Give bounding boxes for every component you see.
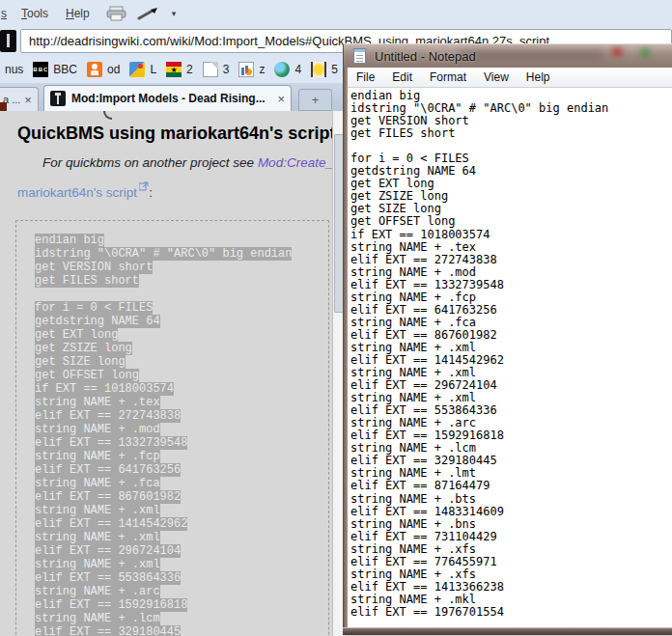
code-line: if EXT == 1018003574 <box>35 382 328 396</box>
tab-title: Mod:Import Models - Dead Rising... <box>71 92 271 105</box>
notepad-title-bar[interactable]: Untitled - Notepad <box>343 43 672 68</box>
notepad-menu-item[interactable]: Format <box>421 68 475 87</box>
notepad-text-line: string NAME + .fca <box>350 317 672 329</box>
notepad-text-line: string NAME + .tex <box>350 241 672 254</box>
notepad-text-line: elif EXT == 776455971 <box>350 556 672 568</box>
code-line: string NAME + .xml <box>35 531 328 544</box>
notepad-menu-bar: File Edit Format View Help <box>348 68 672 88</box>
tab-close-icon[interactable]: × <box>24 93 32 107</box>
bookmark-item[interactable]: L <box>125 59 161 80</box>
notepad-menu-item[interactable]: Edit <box>383 68 421 87</box>
notepad-window-frame-bottom <box>343 627 672 635</box>
bookmark-label: nus <box>5 63 23 76</box>
code-line: string NAME + .xml <box>35 558 328 571</box>
code-line: get EXT long <box>35 328 328 342</box>
notepad-text-line: elif EXT == 867601982 <box>350 329 672 342</box>
code-line: elif EXT == 329180445 <box>35 625 328 636</box>
code-line <box>35 288 328 301</box>
bookmark-icon <box>311 62 326 77</box>
glass-blur-artifact <box>612 48 622 56</box>
wiki-code-block[interactable]: endian big idstring "\0CRA" # "ARC\0" bi… <box>15 220 329 636</box>
notepad-text-line: elif EXT == 1483314609 <box>350 506 672 518</box>
mariokart-script-link[interactable]: mariokart64n's script <box>17 185 137 200</box>
note-prefix: For quickbms on another project see <box>42 155 258 170</box>
glass-blur-artifact <box>460 50 604 60</box>
code-line: getdstring NAME 64 <box>35 315 328 328</box>
notepad-text-line: string NAME + .fcp <box>350 291 672 304</box>
bookmark-item[interactable]: 3 <box>198 59 235 80</box>
pen-icon[interactable] <box>137 7 160 20</box>
bookmark-item[interactable]: nus <box>0 59 28 80</box>
toolbar-dropdown-icon[interactable]: ▾ <box>172 9 177 18</box>
notepad-menu-item[interactable]: View <box>475 68 518 87</box>
notepad-window-title: Untitled - Notepad <box>375 49 476 64</box>
bookmark-label: z <box>259 63 265 76</box>
bookmark-item[interactable]: od <box>82 59 125 80</box>
notepad-text-line: get FILES short <box>350 127 672 140</box>
code-line: elif EXT == 1414542962 <box>35 517 328 531</box>
bookmark-icon <box>129 62 145 77</box>
bookmark-icon: BBC <box>33 62 48 77</box>
code-line: get VERSION short <box>35 261 328 274</box>
page-title: QuickBMS using mariokart64n's script <box>17 124 335 144</box>
code-line: string NAME + .tex <box>35 396 328 409</box>
notepad-text-line: elif EXT == 272743838 <box>350 254 672 266</box>
notepad-text-area[interactable]: endian big idstring "\0CRA" # "ARC\0" bi… <box>348 88 672 627</box>
notepad-text-line: string NAME + .bts <box>350 493 672 506</box>
bookmark-label: 5 <box>331 63 338 76</box>
code-line: get ZSIZE long <box>35 342 328 355</box>
code-line: elif EXT == 1332739548 <box>35 436 328 450</box>
notepad-text-line: elif EXT == 731104429 <box>350 531 672 543</box>
notepad-text-line: string NAME + .bns <box>350 518 672 531</box>
bookmark-item[interactable]: 4 <box>269 59 306 80</box>
new-tab-button[interactable]: + <box>298 89 332 111</box>
bookmark-label: BBC <box>53 63 77 76</box>
notepad-text-line: string NAME + .mkl <box>350 594 672 606</box>
bookmark-icon <box>274 62 290 77</box>
code-line: string NAME + .lcm <box>35 612 328 625</box>
notepad-text-line: elif EXT == 1413366238 <box>350 581 672 594</box>
code-line: string NAME + .xml <box>35 504 328 517</box>
code-line: get SIZE long <box>35 355 328 369</box>
bookmark-icon <box>87 62 102 77</box>
code-line: string NAME + .mod <box>35 423 328 436</box>
code-line: string NAME + .fcp <box>35 450 328 463</box>
menu-item-partial[interactable]: s <box>0 3 13 24</box>
glass-blur-artifact <box>641 49 650 57</box>
menu-item-tools[interactable]: Tools <box>13 3 57 24</box>
tab-close-icon[interactable]: × <box>277 92 285 106</box>
notepad-text-line: string NAME + .xfs <box>350 543 672 556</box>
code-line: for i = 0 < FILES <box>35 301 328 315</box>
code-line: elif EXT == 272743838 <box>35 409 328 423</box>
notepad-client-area: File Edit Format View Help endian big id… <box>348 68 672 627</box>
print-icon[interactable] <box>106 6 127 21</box>
menu-item-help[interactable]: Help <box>57 3 98 24</box>
code-line: endian big <box>35 234 328 247</box>
bookmark-item[interactable]: z <box>234 59 269 80</box>
visited-link-create[interactable]: Mod:Create_Re <box>258 155 332 170</box>
bookmark-icon <box>238 62 254 77</box>
bookmark-item[interactable]: 5 <box>306 59 343 80</box>
code-line: elif EXT == 867601982 <box>35 490 328 504</box>
bookmark-label: 3 <box>223 63 230 76</box>
notepad-menu-item[interactable]: File <box>348 68 383 87</box>
notepad-text-line: elif EXT == 87164479 <box>350 480 672 492</box>
code-line: idstring "\0CRA" # "ARC\0" big endian <box>35 247 328 261</box>
bookmark-item[interactable]: 2 <box>161 59 198 80</box>
note-text: For quickbms on another project see Mod:… <box>42 155 332 170</box>
bookmark-label: od <box>107 63 120 76</box>
notepad-text-line: if EXT == 1018003574 <box>350 229 672 241</box>
bookmark-label: L <box>150 63 156 76</box>
tab-active-mod-import-models[interactable]: Mod:Import Models - Dead Rising... × <box>43 85 292 111</box>
bookmark-icon <box>166 62 182 77</box>
code-line: elif EXT == 553864336 <box>35 571 328 585</box>
script-link-line: mariokart64n's script: <box>17 180 153 200</box>
notepad-menu-item[interactable]: Help <box>518 68 559 87</box>
notepad-icon <box>353 48 366 64</box>
code-line: get OFFSET long <box>35 369 328 382</box>
scrolled-text-artifact <box>103 111 112 120</box>
code-line: get FILES short <box>35 274 328 288</box>
external-link-icon <box>139 180 149 194</box>
site-favicon-icon <box>0 30 16 52</box>
bookmark-item[interactable]: BBC BBC <box>28 59 82 80</box>
